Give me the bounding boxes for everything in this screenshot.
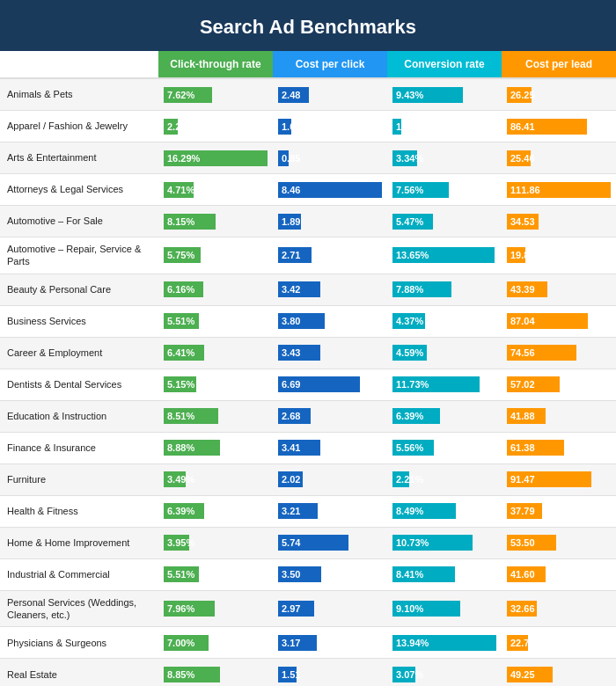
ctr-cell: 3.49%	[158, 468, 273, 491]
row-label: Automotive – Repair, Service & Parts	[0, 237, 158, 274]
page-title: Search Ad Benchmarks	[0, 0, 616, 51]
cpc-cell: 1.51	[273, 663, 387, 686]
ctr-cell: 3.95%	[158, 531, 273, 554]
ctr-cell: 16.29%	[158, 147, 273, 170]
row-label: Real Estate	[0, 663, 158, 686]
table-row: Physicians & Surgeons7.00%3.1713.94%22.7…	[0, 627, 616, 659]
row-label: Apparel / Fashion & Jewelry	[0, 114, 158, 137]
cpl-cell: 43.39	[502, 278, 616, 301]
row-label: Finance & Insurance	[0, 436, 158, 459]
cpl-cell: 87.04	[502, 310, 616, 332]
cvr-cell: 5.56%	[387, 436, 502, 459]
table-row: Attorneys & Legal Services4.71%8.467.56%…	[0, 174, 616, 206]
cpl-cell: 61.38	[502, 436, 616, 459]
cpl-cell: 53.50	[502, 531, 616, 554]
table-row: Personal Services (Weddings, Cleaners, e…	[0, 591, 616, 628]
col-ctr: Click-through rate	[158, 51, 273, 77]
cpc-cell: 6.69	[273, 373, 387, 396]
ctr-cell: 8.85%	[158, 663, 273, 686]
table-row: Automotive – Repair, Service & Parts5.75…	[0, 237, 616, 274]
row-label: Health & Fitness	[0, 500, 158, 522]
ctr-cell: 7.96%	[158, 597, 273, 620]
cpl-cell: 22.74	[502, 631, 616, 654]
col-cpl: Cost per lead	[502, 51, 616, 77]
cvr-cell: 4.59%	[387, 341, 502, 364]
cvr-cell: 2.21%	[387, 468, 502, 491]
row-label: Career & Employment	[0, 341, 158, 364]
cvr-cell: 8.49%	[387, 500, 502, 522]
table-row: Animals & Pets7.62%2.489.43%26.25	[0, 79, 616, 111]
ctr-cell: 8.15%	[158, 210, 273, 233]
cpl-cell: 49.25	[502, 663, 616, 686]
col-cpc: Cost per click	[273, 51, 387, 77]
cpc-cell: 5.74	[273, 531, 387, 554]
cvr-cell: 8.41%	[387, 563, 502, 586]
cvr-cell: 6.39%	[387, 405, 502, 427]
row-label: Industrial & Commercial	[0, 563, 158, 586]
cvr-cell: 13.94%	[387, 631, 502, 654]
cvr-cell: 9.10%	[387, 597, 502, 620]
cpl-cell: 91.47	[502, 468, 616, 491]
table-row: Furniture3.49%2.022.21%91.47	[0, 464, 616, 496]
row-label: Animals & Pets	[0, 83, 158, 106]
ctr-cell: 7.62%	[158, 84, 273, 106]
cpl-cell: 19.85	[502, 244, 616, 266]
cpc-cell: 2.68	[273, 405, 387, 427]
page-wrapper: Search Ad Benchmarks Click-through rate …	[0, 0, 616, 686]
table-row: Business Services5.51%3.804.37%87.04	[0, 306, 616, 338]
cvr-cell: 13.65%	[387, 244, 502, 266]
table-body: Animals & Pets7.62%2.489.43%26.25Apparel…	[0, 79, 616, 686]
cpc-cell: 1.89	[273, 210, 387, 233]
row-label: Physicians & Surgeons	[0, 631, 158, 654]
table-row: Real Estate8.85%1.513.07%49.25	[0, 659, 616, 686]
ctr-cell: 2.24%	[158, 115, 273, 138]
cpl-cell: 32.66	[502, 597, 616, 620]
cpc-cell: 3.41	[273, 436, 387, 459]
cpc-cell: 3.17	[273, 631, 387, 654]
row-label: Business Services	[0, 310, 158, 332]
cvr-cell: 5.47%	[387, 210, 502, 233]
table-row: Finance & Insurance8.88%3.415.56%61.38	[0, 433, 616, 464]
table-row: Beauty & Personal Care6.16%3.427.88%43.3…	[0, 274, 616, 306]
cvr-cell: 10.73%	[387, 531, 502, 554]
cvr-cell: 7.88%	[387, 278, 502, 301]
cvr-cell: 1.20%	[387, 115, 502, 138]
cpl-cell: 41.88	[502, 405, 616, 427]
table-row: Automotive – For Sale8.15%1.895.47%34.53	[0, 206, 616, 237]
row-label: Furniture	[0, 468, 158, 491]
table-row: Career & Employment6.41%3.434.59%74.56	[0, 338, 616, 369]
row-label: Personal Services (Weddings, Cleaners, e…	[0, 591, 158, 627]
ctr-cell: 6.16%	[158, 278, 273, 301]
table-row: Apparel / Fashion & Jewelry2.24%1.041.20…	[0, 111, 616, 142]
cpc-cell: 2.97	[273, 597, 387, 620]
cpc-cell: 8.46	[273, 179, 387, 201]
column-headers: Click-through rate Cost per click Conver…	[0, 51, 616, 79]
table-row: Arts & Entertainment16.29%0.853.34%25.46	[0, 142, 616, 174]
ctr-cell: 5.51%	[158, 310, 273, 332]
table-row: Home & Home Improvement3.95%5.7410.73%53…	[0, 528, 616, 559]
cvr-cell: 4.37%	[387, 310, 502, 332]
row-label: Attorneys & Legal Services	[0, 178, 158, 201]
cpc-cell: 2.71	[273, 244, 387, 266]
table-row: Education & Instruction8.51%2.686.39%41.…	[0, 401, 616, 433]
cpl-cell: 57.02	[502, 373, 616, 396]
cpc-cell: 3.43	[273, 341, 387, 364]
cpc-cell: 2.02	[273, 468, 387, 491]
cpc-cell: 2.48	[273, 84, 387, 106]
cvr-cell: 7.56%	[387, 179, 502, 201]
ctr-cell: 8.51%	[158, 405, 273, 427]
row-label: Education & Instruction	[0, 405, 158, 427]
row-label: Automotive – For Sale	[0, 209, 158, 232]
cpc-cell: 3.42	[273, 278, 387, 301]
cvr-cell: 3.07%	[387, 663, 502, 686]
cpl-cell: 86.41	[502, 115, 616, 138]
cpl-cell: 111.86	[502, 179, 616, 201]
table-row: Dentists & Dental Services5.15%6.6911.73…	[0, 369, 616, 401]
col-empty	[0, 51, 158, 77]
cpl-cell: 26.25	[502, 84, 616, 106]
ctr-cell: 5.51%	[158, 563, 273, 586]
ctr-cell: 5.15%	[158, 373, 273, 396]
row-label: Beauty & Personal Care	[0, 278, 158, 301]
cvr-cell: 3.34%	[387, 147, 502, 170]
cpc-cell: 1.04	[273, 115, 387, 138]
